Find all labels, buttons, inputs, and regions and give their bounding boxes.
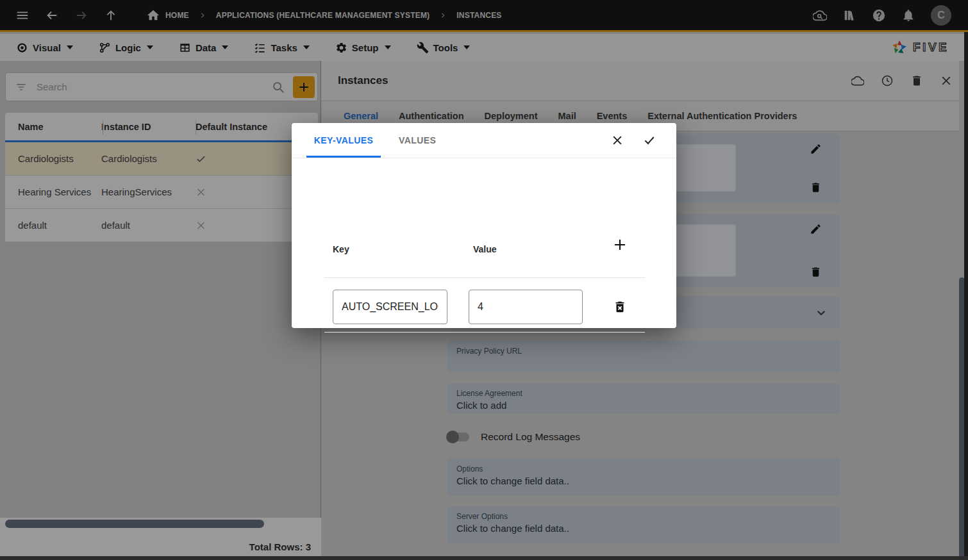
- tab-values[interactable]: VALUES: [394, 123, 441, 158]
- cancel-icon[interactable]: [611, 134, 624, 147]
- add-row-icon[interactable]: [612, 237, 628, 252]
- confirm-check-icon[interactable]: [643, 134, 656, 147]
- value-column-label: Value: [473, 244, 497, 254]
- key-column-label: Key: [333, 244, 349, 254]
- dialog-body: Key Value: [292, 158, 676, 327]
- delete-row-icon[interactable]: [613, 300, 627, 314]
- divider: [324, 277, 645, 278]
- value-input[interactable]: [469, 290, 583, 324]
- tab-key-values[interactable]: KEY-VALUES: [306, 123, 381, 158]
- key-values-dialog: KEY-VALUES VALUES Key Value: [292, 123, 676, 328]
- divider: [324, 332, 645, 333]
- key-input[interactable]: [333, 290, 447, 324]
- dialog-header: KEY-VALUES VALUES: [292, 123, 676, 158]
